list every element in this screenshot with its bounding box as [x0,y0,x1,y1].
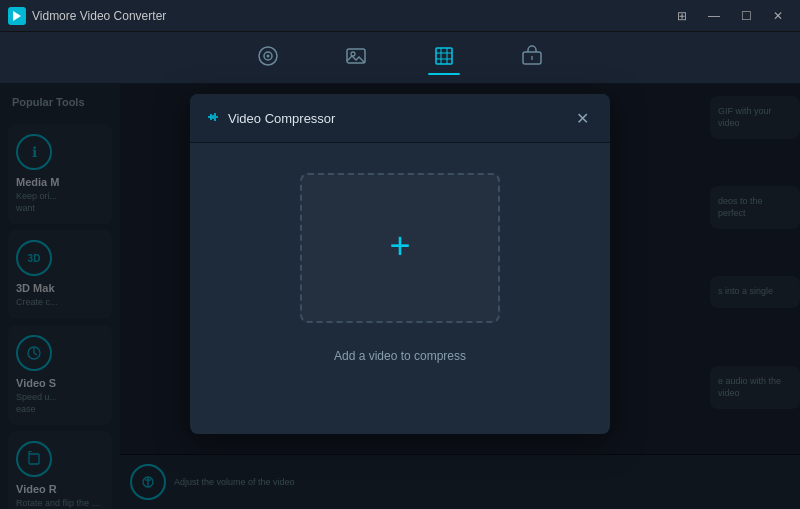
modal-title-icon [206,110,220,127]
tab-bar [0,32,800,84]
video-compressor-modal: Video Compressor ✕ + Add a video to comp… [190,94,610,434]
settings-btn[interactable]: ⊞ [668,6,696,26]
tab-toolbox-indicator [516,73,548,75]
window-controls: ⊞ — ☐ ✕ [668,6,792,26]
modal-close-btn[interactable]: ✕ [570,106,594,130]
modal-title: Video Compressor [228,111,335,126]
upload-plus-icon: + [389,228,410,264]
tab-convert[interactable] [244,41,292,79]
close-btn[interactable]: ✕ [764,6,792,26]
photo-icon [345,45,367,70]
modal-body: + Add a video to compress [190,143,610,393]
tab-crop[interactable] [420,41,468,79]
upload-zone[interactable]: + [300,173,500,323]
minimize-btn[interactable]: — [700,6,728,26]
app-icon [8,7,26,25]
tab-convert-indicator [252,73,284,75]
crop-icon [433,45,455,70]
main-area: Popular Tools ℹ Media M Keep ori...want … [0,84,800,509]
tab-photo[interactable] [332,41,380,79]
modal-header: Video Compressor ✕ [190,94,610,143]
tab-crop-indicator [428,73,460,75]
modal-overlay: Video Compressor ✕ + Add a video to comp… [0,84,800,509]
svg-marker-0 [13,11,21,21]
app-title: Vidmore Video Converter [32,9,166,23]
title-bar: Vidmore Video Converter ⊞ — ☐ ✕ [0,0,800,32]
svg-point-5 [351,52,355,56]
modal-title-row: Video Compressor [206,110,335,127]
maximize-btn[interactable]: ☐ [732,6,760,26]
convert-icon [257,45,279,70]
toolbox-icon [521,45,543,70]
upload-label: Add a video to compress [334,349,466,363]
svg-point-3 [267,55,270,58]
tab-photo-indicator [340,73,372,75]
tab-toolbox[interactable] [508,41,556,79]
svg-rect-6 [436,48,452,64]
